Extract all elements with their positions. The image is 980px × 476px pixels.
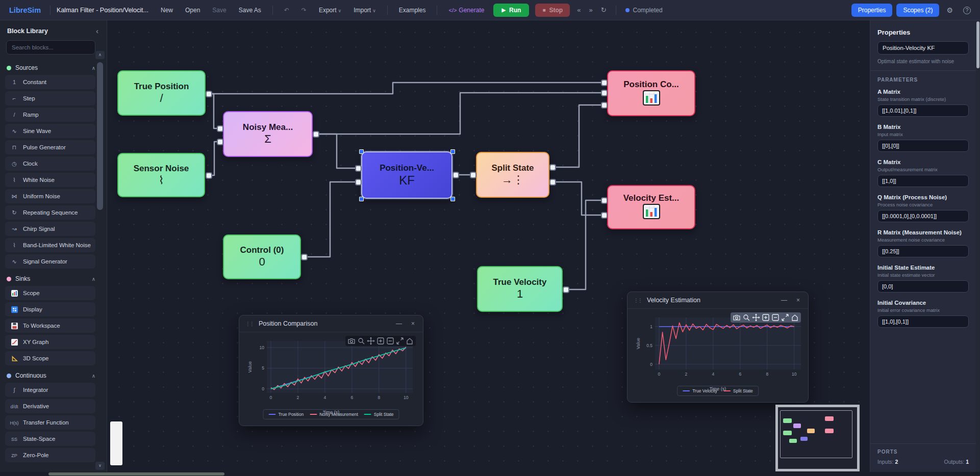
library-item-repeating-sequence[interactable]: ↻ Repeating Sequence	[5, 205, 95, 220]
minimize-icon[interactable]: —	[779, 297, 789, 304]
param-input-c-matrix[interactable]	[877, 175, 969, 187]
library-item-to-workspace[interactable]: To Workspace	[5, 319, 95, 333]
zoom-in-icon[interactable]	[376, 337, 385, 345]
undo-icon[interactable]: ↶	[279, 4, 294, 17]
vertical-scrollbar[interactable]	[976, 20, 980, 472]
zoom-in-icon[interactable]	[762, 313, 770, 322]
camera-icon[interactable]	[733, 313, 741, 322]
reset-axes-icon[interactable]	[406, 337, 414, 345]
open-button[interactable]: Open	[180, 4, 205, 17]
library-item-derivative[interactable]: d/dt Derivative	[5, 399, 95, 413]
zoom-icon[interactable]	[742, 313, 750, 322]
minimize-icon[interactable]: —	[394, 320, 404, 327]
param-input-b-matrix[interactable]	[877, 140, 969, 152]
run-button[interactable]: ▶Run	[493, 4, 529, 17]
generate-button[interactable]: </>Generate	[443, 4, 489, 17]
library-item-xy-graph[interactable]: XY Graph	[5, 335, 95, 349]
legend-item-split-state[interactable]: Split State	[364, 412, 394, 417]
library-item-constant[interactable]: 1 Constant	[5, 75, 95, 89]
scrollbar-thumb[interactable]	[976, 21, 979, 68]
minimap[interactable]	[775, 405, 860, 471]
diagram-canvas[interactable]: True Position/Sensor Noise⌇Noisy Mea...Σ…	[107, 20, 870, 472]
selection-handle[interactable]	[359, 149, 364, 154]
port[interactable]	[601, 102, 608, 109]
export-menu[interactable]: Export∨	[314, 4, 346, 17]
scrollbar-thumb[interactable]	[48, 472, 224, 475]
port[interactable]	[206, 172, 212, 179]
block-velocity-estimation-scope[interactable]: Velocity Est...	[607, 185, 695, 229]
library-item-signal-generator[interactable]: ∿ Signal Generator	[5, 254, 95, 269]
port[interactable]	[601, 80, 608, 86]
block-noisy-measurement[interactable]: Noisy Mea...Σ	[223, 111, 313, 157]
search-input[interactable]	[6, 40, 95, 55]
port[interactable]	[470, 172, 476, 178]
legend-item-true-position[interactable]: True Position	[268, 412, 304, 417]
close-icon[interactable]: ×	[409, 320, 417, 327]
library-item-display[interactable]: Display	[5, 302, 95, 316]
save-button[interactable]: Save	[207, 4, 231, 17]
library-item-integrator[interactable]: ∫ Integrator	[5, 383, 95, 397]
close-icon[interactable]: ×	[794, 297, 802, 304]
legend-item-noisy-measurement[interactable]: Noisy Measurement	[310, 412, 358, 417]
selection-handle[interactable]	[359, 197, 364, 201]
library-item-zero-pole[interactable]: ZP Zero-Pole	[5, 448, 95, 462]
library-item-transfer-function[interactable]: H(s) Transfer Function	[5, 415, 95, 430]
library-item-step[interactable]: ⌐ Step	[5, 91, 95, 105]
block-true-position[interactable]: True Position/	[117, 70, 206, 116]
zoom-out-icon[interactable]	[771, 313, 780, 322]
collapse-sidebar-icon[interactable]: ‹	[94, 27, 100, 35]
block-sensor-noise[interactable]: Sensor Noise⌇	[117, 153, 205, 197]
library-item-pulse-generator[interactable]: ⊓ Pulse Generator	[5, 140, 95, 154]
step-back-icon[interactable]: «	[574, 4, 584, 16]
block-name-input[interactable]	[877, 41, 969, 55]
save-as-button[interactable]: Save As	[234, 4, 266, 17]
scope-window-titlebar[interactable]: ⋮⋮ Velocity Estimation — ×	[627, 292, 808, 309]
help-icon[interactable]: ?	[960, 4, 974, 16]
step-forward-icon[interactable]: »	[586, 4, 595, 16]
library-section-sources[interactable]: Sources ∧	[0, 60, 107, 75]
port[interactable]	[355, 165, 362, 172]
legend-item-true-velocity[interactable]: True Velocity	[683, 388, 717, 393]
gear-icon[interactable]: ⚙	[943, 4, 956, 16]
selection-handle[interactable]	[450, 197, 455, 201]
library-item-chirp-signal[interactable]: ↝ Chirp Signal	[5, 222, 95, 236]
reset-axes-icon[interactable]	[791, 313, 799, 322]
block-true-velocity[interactable]: True Velocity1	[477, 266, 563, 312]
camera-icon[interactable]	[347, 337, 356, 345]
library-item-clock[interactable]: ◷ Clock	[5, 156, 95, 171]
horizontal-scrollbar[interactable]	[0, 472, 980, 476]
scopes-button[interactable]: Scopes (2)	[896, 4, 939, 17]
scroll-up-icon[interactable]: ∧	[95, 51, 105, 59]
port[interactable]	[549, 179, 556, 186]
port[interactable]	[301, 254, 308, 260]
block-position-velocity-kf[interactable]: Position-Ve...KF	[361, 151, 453, 199]
library-item-band-limited-white-noise[interactable]: ⌇ Band-Limited White Noise	[5, 238, 95, 252]
drag-handle-icon[interactable]: ⋮⋮	[245, 321, 254, 327]
autoscale-icon[interactable]	[396, 337, 404, 345]
zoom-out-icon[interactable]	[386, 337, 394, 345]
param-input-q-matrix-process-noise[interactable]	[877, 210, 969, 222]
examples-button[interactable]: Examples	[394, 4, 431, 17]
pan-icon[interactable]	[752, 313, 760, 322]
library-item-3d-scope[interactable]: 3D Scope	[5, 351, 95, 365]
library-section-sinks[interactable]: Sinks ∧	[0, 271, 107, 286]
block-split-state[interactable]: Split State→⋮	[476, 152, 549, 198]
redo-icon[interactable]: ↷	[296, 4, 312, 17]
library-item-sine-wave[interactable]: ∿ Sine Wave	[5, 124, 95, 138]
scrollbar-thumb[interactable]	[97, 62, 103, 210]
selection-handle[interactable]	[450, 149, 455, 154]
scroll-down-icon[interactable]: ∨	[95, 462, 105, 470]
zoom-icon[interactable]	[357, 337, 365, 345]
port[interactable]	[355, 179, 362, 186]
port[interactable]	[453, 172, 459, 178]
block-position-comparison-scope[interactable]: Position Co...	[607, 70, 695, 116]
port[interactable]	[206, 91, 212, 97]
sidebar-scrollbar[interactable]: ∧ ∨	[95, 51, 105, 470]
port[interactable]	[217, 125, 223, 132]
library-item-ramp[interactable]: / Ramp	[5, 108, 95, 122]
stop-button[interactable]: ■Stop	[535, 4, 570, 17]
library-item-state-space[interactable]: SS State-Space	[5, 432, 95, 446]
port[interactable]	[601, 212, 608, 219]
autoscale-icon[interactable]	[781, 313, 789, 322]
block-control[interactable]: Control (0)0	[223, 234, 301, 279]
